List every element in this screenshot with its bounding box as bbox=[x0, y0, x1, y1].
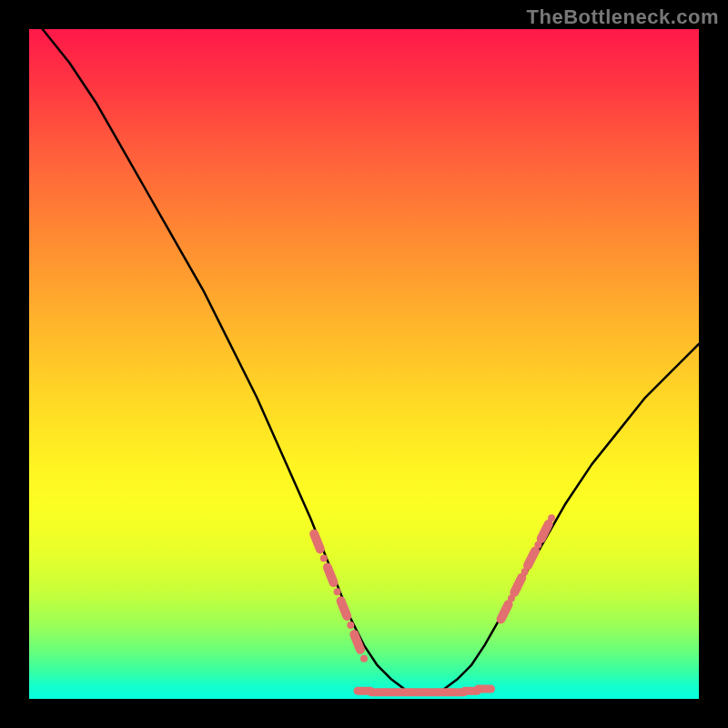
series-left-dash-band-dot bbox=[320, 554, 328, 561]
series-right-curve bbox=[444, 344, 699, 689]
series-left-dash-band-dot bbox=[347, 622, 354, 629]
series-left-dash-band-seg bbox=[314, 534, 320, 550]
chart-container: TheBottleneck.com bbox=[0, 0, 728, 728]
series-right-dash-band-dot bbox=[548, 514, 555, 521]
series-right-dash-band-seg bbox=[501, 604, 509, 619]
series-left-dash-band-seg bbox=[354, 634, 360, 650]
series-left-curve bbox=[43, 29, 404, 689]
series-right-dash-band-seg bbox=[514, 578, 521, 592]
chart-svg bbox=[29, 29, 699, 699]
plot-area bbox=[29, 29, 699, 699]
series-right-dash-band-seg bbox=[528, 551, 535, 565]
series-left-dash-band-dot bbox=[360, 655, 368, 662]
series-left-dash-band-seg bbox=[328, 567, 334, 582]
watermark-text: TheBottleneck.com bbox=[527, 5, 719, 29]
series-left-dash-band-seg bbox=[341, 601, 348, 616]
series-left-dash-band-dot bbox=[334, 588, 341, 595]
